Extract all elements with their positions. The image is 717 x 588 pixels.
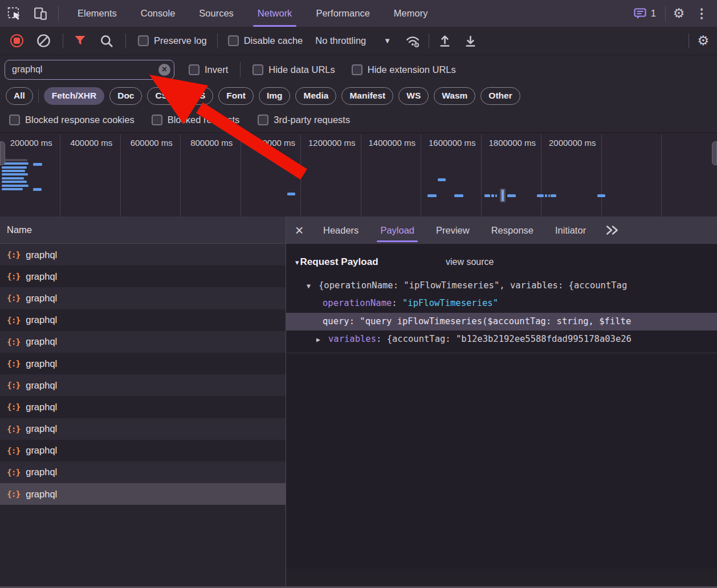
- tab-memory[interactable]: Memory: [382, 0, 440, 27]
- close-details-icon[interactable]: ×: [286, 222, 312, 239]
- timeline-tick-label: 1200000 ms: [302, 138, 362, 149]
- details-tabs: HeadersPayloadPreviewResponseInitiator: [312, 217, 597, 244]
- expanded-triangle-icon[interactable]: ▼: [307, 277, 319, 295]
- view-source-link[interactable]: view source: [446, 257, 494, 267]
- checkbox[interactable]: [228, 35, 239, 46]
- tab-console[interactable]: Console: [129, 0, 188, 27]
- waterfall-bar: [545, 194, 547, 197]
- details-tab-preview[interactable]: Preview: [425, 217, 480, 244]
- invert-checkbox[interactable]: Invert: [189, 64, 228, 75]
- type-chip-doc[interactable]: Doc: [109, 87, 142, 105]
- preserve-log-checkbox[interactable]: Preserve log: [138, 35, 207, 46]
- request-row[interactable]: {:}graphql: [0, 418, 286, 440]
- request-row[interactable]: {:}graphql: [0, 331, 286, 353]
- request-row[interactable]: {:}graphql: [0, 244, 286, 266]
- export-har-icon[interactable]: [463, 33, 478, 48]
- checkbox[interactable]: [152, 115, 162, 125]
- checkbox[interactable]: [9, 115, 20, 125]
- tab-sources[interactable]: Sources: [187, 0, 246, 27]
- type-chip-other[interactable]: Other: [480, 87, 520, 105]
- request-row[interactable]: {:}graphql: [0, 353, 286, 374]
- type-chip-manifest[interactable]: Manifest: [341, 87, 393, 105]
- type-chip-css[interactable]: CSS: [147, 87, 181, 105]
- collapse-triangle-icon[interactable]: ▾: [295, 258, 299, 267]
- request-name: graphql: [26, 358, 57, 369]
- disable-cache-checkbox[interactable]: Disable cache: [228, 35, 303, 46]
- payload-row[interactable]: query: "query ipFlowTimeseries($accountT…: [286, 313, 717, 330]
- details-tab-response[interactable]: Response: [480, 217, 544, 244]
- request-payload-section-header[interactable]: ▾ Request Payload view source: [286, 253, 717, 271]
- request-details-panel: × HeadersPayloadPreviewResponseInitiator…: [286, 217, 717, 588]
- name-column-header[interactable]: Name: [0, 217, 286, 244]
- tab-performance[interactable]: Performance: [304, 0, 381, 27]
- pane-resize-divider[interactable]: [286, 217, 286, 588]
- request-name: graphql: [26, 271, 57, 282]
- type-chip-js[interactable]: JS: [186, 87, 213, 105]
- type-chip-font[interactable]: Font: [218, 87, 254, 105]
- requests-panel: Name {:}graphql{:}graphql{:}graphql{:}gr…: [0, 217, 286, 588]
- type-chip-media[interactable]: Media: [295, 87, 336, 105]
- details-tab-initiator[interactable]: Initiator: [544, 217, 597, 244]
- type-chip-all[interactable]: All: [6, 87, 33, 105]
- type-chip-fetchxhr[interactable]: Fetch/XHR: [44, 87, 104, 105]
- request-name: graphql: [26, 380, 57, 391]
- type-chip-wasm[interactable]: Wasm: [434, 87, 475, 105]
- request-row[interactable]: {:}graphql: [0, 462, 286, 483]
- request-row[interactable]: {:}graphql: [0, 483, 286, 505]
- request-row[interactable]: {:}graphql: [0, 266, 286, 287]
- device-toolbar-icon[interactable]: [31, 4, 50, 23]
- payload-row[interactable]: ▼{operationName: "ipFlowTimeseries", var…: [286, 277, 717, 295]
- collapsed-triangle-icon[interactable]: ▶: [316, 331, 328, 348]
- fetch-json-icon: {:}: [7, 446, 20, 455]
- checkbox[interactable]: [189, 64, 199, 75]
- import-har-icon[interactable]: [437, 33, 453, 48]
- settings-gear-icon[interactable]: ⚙: [669, 4, 689, 23]
- tab-elements[interactable]: Elements: [66, 0, 129, 27]
- record-button[interactable]: [10, 34, 23, 47]
- timeline-left-handle[interactable]: [0, 141, 5, 165]
- checkbox[interactable]: [258, 115, 268, 125]
- timeline-tick-label: 1600000 ms: [422, 138, 483, 149]
- clear-network-log-icon[interactable]: [36, 33, 51, 48]
- waterfall-bar: [507, 194, 516, 197]
- request-row[interactable]: {:}graphql: [0, 440, 286, 462]
- network-conditions-icon[interactable]: [405, 34, 421, 48]
- search-icon[interactable]: [99, 34, 114, 48]
- details-tab-headers[interactable]: Headers: [312, 217, 369, 244]
- blocked-checkbox-0[interactable]: Blocked response cookies: [9, 115, 135, 125]
- clear-filter-icon[interactable]: ×: [158, 64, 170, 76]
- type-chip-img[interactable]: Img: [259, 87, 291, 105]
- request-row[interactable]: {:}graphql: [0, 287, 286, 309]
- fetch-json-icon: {:}: [7, 424, 20, 434]
- request-row[interactable]: {:}graphql: [0, 309, 286, 331]
- issues-button[interactable]: 1: [633, 7, 656, 21]
- blocked-checkbox-1[interactable]: Blocked requests: [152, 115, 240, 125]
- checkbox[interactable]: [252, 64, 263, 75]
- checkbox[interactable]: [138, 35, 149, 46]
- waterfall-bar: [2, 177, 24, 179]
- filter-input[interactable]: [5, 60, 174, 80]
- request-row[interactable]: {:}graphql: [0, 396, 286, 418]
- tab-network[interactable]: Network: [246, 0, 304, 27]
- network-settings-gear-icon[interactable]: ⚙: [697, 33, 709, 48]
- type-chip-ws[interactable]: WS: [398, 87, 429, 105]
- details-tab-payload[interactable]: Payload: [369, 217, 425, 244]
- hide-extension-urls-checkbox[interactable]: Hide extension URLs: [352, 64, 456, 75]
- throttling-select[interactable]: No throttling ▼: [315, 35, 391, 46]
- kebab-menu-icon[interactable]: ⋮: [692, 4, 711, 23]
- checkbox-label: 3rd-party requests: [274, 115, 350, 125]
- timeline-right-handle[interactable]: [712, 141, 717, 165]
- blocked-checkbox-2[interactable]: 3rd-party requests: [258, 115, 350, 125]
- payload-row[interactable]: operationName: "ipFlowTimeseries": [286, 295, 717, 312]
- inspect-element-icon[interactable]: [5, 4, 24, 23]
- network-overview-timeline[interactable]: 200000 ms400000 ms600000 ms800000 ms1000…: [0, 133, 717, 217]
- payload-row[interactable]: ▶variables: {accountTag: "b12e3b2192ee55…: [286, 330, 717, 348]
- hide-data-urls-checkbox[interactable]: Hide data URLs: [252, 64, 335, 75]
- more-tabs-chevron-icon[interactable]: [605, 224, 620, 236]
- waterfall-bar: [2, 185, 28, 187]
- checkbox[interactable]: [352, 64, 362, 75]
- request-row[interactable]: {:}graphql: [0, 374, 286, 396]
- timeline-tick-label: 800000 ms: [182, 138, 242, 149]
- waterfall-bar: [427, 194, 437, 197]
- filter-funnel-icon[interactable]: [74, 35, 87, 47]
